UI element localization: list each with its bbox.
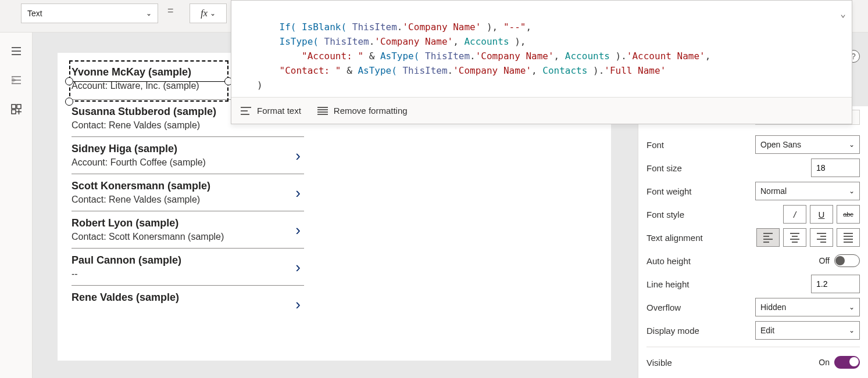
chevron-down-icon: ⌄ xyxy=(849,303,855,311)
underline-button[interactable]: U xyxy=(810,205,833,224)
chevron-right-icon[interactable]: › xyxy=(295,258,301,276)
format-text-label: Format text xyxy=(257,106,301,116)
formula-toolbar: Format text Remove formatting xyxy=(231,97,852,124)
gallery-item[interactable]: Sidney Higa (sample) Account: Fourth Cof… xyxy=(72,137,304,174)
format-text-icon xyxy=(241,107,251,115)
gallery-item[interactable]: Robert Lyon (sample) Contact: Scott Kone… xyxy=(72,211,304,249)
divider xyxy=(646,347,860,347)
gallery-item[interactable]: Paul Cannon (sample) -- › xyxy=(72,249,304,286)
chevron-down-icon: ⌄ xyxy=(849,326,855,334)
align-left-icon xyxy=(763,233,773,243)
gallery-item[interactable]: Scott Konersmann (sample) Contact: Rene … xyxy=(72,174,304,211)
chevron-down-icon[interactable]: ⌄ xyxy=(840,6,846,21)
chevron-right-icon[interactable]: › xyxy=(295,221,301,239)
tree-view-icon[interactable] xyxy=(10,74,22,86)
gallery-item-subtitle: Contact: Scott Konersmann (sample) xyxy=(72,232,304,242)
properties-panel: (sample) Font Open Sans ⌄ Font size Font… xyxy=(638,106,868,378)
prop-autoheight-label: Auto height xyxy=(646,256,691,266)
chevron-right-icon[interactable]: › xyxy=(295,183,301,201)
prop-overflow-select[interactable]: Hidden ⌄ xyxy=(755,298,860,316)
gallery-item-title: Paul Cannon (sample) xyxy=(72,254,304,267)
prop-visible-label: Visible xyxy=(646,358,672,368)
gallery-item-title: Robert Lyon (sample) xyxy=(72,217,304,229)
align-justify-icon xyxy=(844,233,853,243)
fx-icon: fx xyxy=(201,8,208,19)
strikethrough-button[interactable]: abc xyxy=(837,205,860,224)
prop-fontweight-select[interactable]: Normal ⌄ xyxy=(755,182,860,200)
align-center-button[interactable] xyxy=(783,228,806,247)
svg-rect-2 xyxy=(12,110,16,114)
formula-editor[interactable]: ⌄If( IsBlank( ThisItem.'Company Name' ),… xyxy=(231,1,852,97)
chevron-down-icon: ⌄ xyxy=(849,187,855,195)
formula-bar: ⌄If( IsBlank( ThisItem.'Company Name' ),… xyxy=(231,0,852,124)
components-icon[interactable] xyxy=(10,103,22,115)
prop-fontstyle-label: Font style xyxy=(646,210,684,219)
gallery-item-subtitle: -- xyxy=(72,269,304,279)
gallery-item-title: Sidney Higa (sample) xyxy=(72,143,304,155)
visible-toggle[interactable] xyxy=(834,356,860,369)
prop-lineheight-label: Line height xyxy=(646,279,689,289)
chevron-down-icon: ⌄ xyxy=(210,9,216,17)
align-right-icon xyxy=(817,233,826,243)
format-text-button[interactable]: Format text xyxy=(241,106,301,116)
property-dropdown-value: Text xyxy=(27,9,42,18)
left-rail xyxy=(0,33,33,378)
prop-autoheight-value: Off xyxy=(819,256,830,265)
prop-displaymode-label: Display mode xyxy=(646,326,699,336)
gallery-item-subtitle: Contact: Rene Valdes (sample) xyxy=(72,195,304,205)
fx-button[interactable]: fx ⌄ xyxy=(190,3,227,23)
align-justify-button[interactable] xyxy=(837,228,860,247)
chevron-down-icon: ⌄ xyxy=(849,141,855,149)
gallery-item-subtitle: Account: Fourth Coffee (sample) xyxy=(72,157,304,168)
align-left-button[interactable] xyxy=(756,228,780,247)
prop-textalign-label: Text alignment xyxy=(646,233,703,243)
prop-fontsize-input[interactable] xyxy=(811,159,860,177)
remove-formatting-button[interactable]: Remove formatting xyxy=(317,106,408,116)
prop-fontweight-label: Font weight xyxy=(646,186,692,196)
gallery-item-title: Rene Valdes (sample) xyxy=(72,291,304,304)
chevron-down-icon: ⌄ xyxy=(146,9,152,17)
prop-displaymode-select[interactable]: Edit ⌄ xyxy=(755,321,860,340)
gallery-item-title: Scott Konersmann (sample) xyxy=(72,180,304,192)
prop-lineheight-input[interactable] xyxy=(811,275,860,293)
prop-font-select[interactable]: Open Sans ⌄ xyxy=(755,135,860,154)
prop-visible-value: On xyxy=(819,358,830,367)
gallery-item[interactable]: Rene Valdes (sample) › xyxy=(72,286,304,323)
remove-formatting-icon xyxy=(317,107,328,115)
chevron-right-icon[interactable]: › xyxy=(295,146,301,164)
property-dropdown[interactable]: Text ⌄ xyxy=(21,3,158,23)
prop-fontstyle-group: / U abc xyxy=(783,205,860,224)
remove-formatting-label: Remove formatting xyxy=(334,106,408,116)
svg-rect-0 xyxy=(12,105,16,109)
align-right-button[interactable] xyxy=(810,228,833,247)
prop-textalign-group xyxy=(756,228,860,247)
prop-font-label: Font xyxy=(646,140,664,150)
autoheight-toggle[interactable] xyxy=(834,254,860,267)
italic-button[interactable]: / xyxy=(783,205,806,224)
svg-rect-1 xyxy=(17,105,21,109)
prop-fontsize-label: Font size xyxy=(646,163,682,173)
hamburger-icon[interactable] xyxy=(10,45,22,57)
prop-overflow-label: Overflow xyxy=(646,303,681,312)
chevron-right-icon[interactable]: › xyxy=(295,296,301,314)
align-center-icon xyxy=(790,233,799,243)
equals-sign: = xyxy=(167,5,174,17)
